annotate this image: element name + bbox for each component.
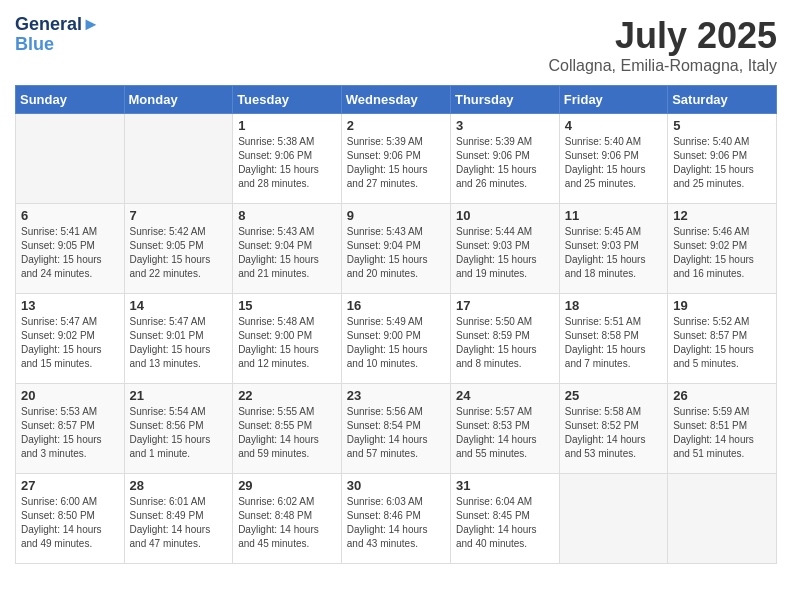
calendar-cell: 21Sunrise: 5:54 AMSunset: 8:56 PMDayligh… — [124, 384, 233, 474]
day-number: 2 — [347, 118, 445, 133]
day-info: Sunrise: 5:40 AMSunset: 9:06 PMDaylight:… — [673, 135, 771, 191]
day-number: 1 — [238, 118, 336, 133]
day-number: 23 — [347, 388, 445, 403]
weekday-header: Tuesday — [233, 86, 342, 114]
day-info: Sunrise: 5:51 AMSunset: 8:58 PMDaylight:… — [565, 315, 662, 371]
calendar-cell: 2Sunrise: 5:39 AMSunset: 9:06 PMDaylight… — [341, 114, 450, 204]
logo: General► Blue — [15, 15, 100, 55]
day-info: Sunrise: 5:56 AMSunset: 8:54 PMDaylight:… — [347, 405, 445, 461]
day-number: 14 — [130, 298, 228, 313]
weekday-header-row: SundayMondayTuesdayWednesdayThursdayFrid… — [16, 86, 777, 114]
calendar-cell: 10Sunrise: 5:44 AMSunset: 9:03 PMDayligh… — [450, 204, 559, 294]
day-info: Sunrise: 5:52 AMSunset: 8:57 PMDaylight:… — [673, 315, 771, 371]
day-info: Sunrise: 5:39 AMSunset: 9:06 PMDaylight:… — [347, 135, 445, 191]
day-number: 31 — [456, 478, 554, 493]
calendar-cell: 11Sunrise: 5:45 AMSunset: 9:03 PMDayligh… — [559, 204, 667, 294]
day-info: Sunrise: 5:44 AMSunset: 9:03 PMDaylight:… — [456, 225, 554, 281]
day-info: Sunrise: 5:43 AMSunset: 9:04 PMDaylight:… — [238, 225, 336, 281]
calendar-cell: 1Sunrise: 5:38 AMSunset: 9:06 PMDaylight… — [233, 114, 342, 204]
day-number: 29 — [238, 478, 336, 493]
day-info: Sunrise: 5:48 AMSunset: 9:00 PMDaylight:… — [238, 315, 336, 371]
day-info: Sunrise: 6:04 AMSunset: 8:45 PMDaylight:… — [456, 495, 554, 551]
day-number: 12 — [673, 208, 771, 223]
day-number: 26 — [673, 388, 771, 403]
day-number: 21 — [130, 388, 228, 403]
calendar-cell: 20Sunrise: 5:53 AMSunset: 8:57 PMDayligh… — [16, 384, 125, 474]
day-number: 25 — [565, 388, 662, 403]
day-number: 30 — [347, 478, 445, 493]
day-info: Sunrise: 5:39 AMSunset: 9:06 PMDaylight:… — [456, 135, 554, 191]
day-number: 28 — [130, 478, 228, 493]
calendar-cell: 18Sunrise: 5:51 AMSunset: 8:58 PMDayligh… — [559, 294, 667, 384]
day-info: Sunrise: 5:42 AMSunset: 9:05 PMDaylight:… — [130, 225, 228, 281]
calendar-cell: 27Sunrise: 6:00 AMSunset: 8:50 PMDayligh… — [16, 474, 125, 564]
calendar-cell — [124, 114, 233, 204]
day-info: Sunrise: 6:00 AMSunset: 8:50 PMDaylight:… — [21, 495, 119, 551]
calendar-cell: 15Sunrise: 5:48 AMSunset: 9:00 PMDayligh… — [233, 294, 342, 384]
calendar-cell — [16, 114, 125, 204]
calendar-cell: 25Sunrise: 5:58 AMSunset: 8:52 PMDayligh… — [559, 384, 667, 474]
calendar-cell: 19Sunrise: 5:52 AMSunset: 8:57 PMDayligh… — [668, 294, 777, 384]
calendar-cell — [668, 474, 777, 564]
calendar-week-row: 20Sunrise: 5:53 AMSunset: 8:57 PMDayligh… — [16, 384, 777, 474]
month-title: July 2025 — [548, 15, 777, 57]
day-number: 19 — [673, 298, 771, 313]
day-info: Sunrise: 5:45 AMSunset: 9:03 PMDaylight:… — [565, 225, 662, 281]
day-info: Sunrise: 5:41 AMSunset: 9:05 PMDaylight:… — [21, 225, 119, 281]
day-number: 11 — [565, 208, 662, 223]
calendar-week-row: 1Sunrise: 5:38 AMSunset: 9:06 PMDaylight… — [16, 114, 777, 204]
calendar-cell: 13Sunrise: 5:47 AMSunset: 9:02 PMDayligh… — [16, 294, 125, 384]
calendar-cell: 30Sunrise: 6:03 AMSunset: 8:46 PMDayligh… — [341, 474, 450, 564]
day-info: Sunrise: 5:46 AMSunset: 9:02 PMDaylight:… — [673, 225, 771, 281]
calendar-cell: 29Sunrise: 6:02 AMSunset: 8:48 PMDayligh… — [233, 474, 342, 564]
calendar-cell: 7Sunrise: 5:42 AMSunset: 9:05 PMDaylight… — [124, 204, 233, 294]
page-header: General► Blue July 2025 Collagna, Emilia… — [15, 15, 777, 75]
day-info: Sunrise: 5:47 AMSunset: 9:02 PMDaylight:… — [21, 315, 119, 371]
day-number: 6 — [21, 208, 119, 223]
calendar-week-row: 27Sunrise: 6:00 AMSunset: 8:50 PMDayligh… — [16, 474, 777, 564]
day-number: 10 — [456, 208, 554, 223]
day-number: 4 — [565, 118, 662, 133]
day-number: 24 — [456, 388, 554, 403]
calendar-cell: 28Sunrise: 6:01 AMSunset: 8:49 PMDayligh… — [124, 474, 233, 564]
day-info: Sunrise: 5:59 AMSunset: 8:51 PMDaylight:… — [673, 405, 771, 461]
day-number: 18 — [565, 298, 662, 313]
day-number: 8 — [238, 208, 336, 223]
calendar-week-row: 6Sunrise: 5:41 AMSunset: 9:05 PMDaylight… — [16, 204, 777, 294]
day-number: 5 — [673, 118, 771, 133]
day-number: 16 — [347, 298, 445, 313]
day-info: Sunrise: 6:02 AMSunset: 8:48 PMDaylight:… — [238, 495, 336, 551]
weekday-header: Monday — [124, 86, 233, 114]
day-number: 13 — [21, 298, 119, 313]
day-number: 22 — [238, 388, 336, 403]
day-number: 3 — [456, 118, 554, 133]
day-info: Sunrise: 5:53 AMSunset: 8:57 PMDaylight:… — [21, 405, 119, 461]
calendar-cell: 4Sunrise: 5:40 AMSunset: 9:06 PMDaylight… — [559, 114, 667, 204]
day-info: Sunrise: 6:03 AMSunset: 8:46 PMDaylight:… — [347, 495, 445, 551]
calendar-cell: 24Sunrise: 5:57 AMSunset: 8:53 PMDayligh… — [450, 384, 559, 474]
calendar-cell: 31Sunrise: 6:04 AMSunset: 8:45 PMDayligh… — [450, 474, 559, 564]
day-number: 9 — [347, 208, 445, 223]
calendar-cell: 14Sunrise: 5:47 AMSunset: 9:01 PMDayligh… — [124, 294, 233, 384]
calendar-cell: 6Sunrise: 5:41 AMSunset: 9:05 PMDaylight… — [16, 204, 125, 294]
calendar-cell: 22Sunrise: 5:55 AMSunset: 8:55 PMDayligh… — [233, 384, 342, 474]
calendar-cell: 5Sunrise: 5:40 AMSunset: 9:06 PMDaylight… — [668, 114, 777, 204]
day-info: Sunrise: 6:01 AMSunset: 8:49 PMDaylight:… — [130, 495, 228, 551]
day-info: Sunrise: 5:40 AMSunset: 9:06 PMDaylight:… — [565, 135, 662, 191]
day-number: 20 — [21, 388, 119, 403]
day-info: Sunrise: 5:54 AMSunset: 8:56 PMDaylight:… — [130, 405, 228, 461]
calendar-cell: 12Sunrise: 5:46 AMSunset: 9:02 PMDayligh… — [668, 204, 777, 294]
weekday-header: Saturday — [668, 86, 777, 114]
weekday-header: Sunday — [16, 86, 125, 114]
day-info: Sunrise: 5:38 AMSunset: 9:06 PMDaylight:… — [238, 135, 336, 191]
calendar-cell: 17Sunrise: 5:50 AMSunset: 8:59 PMDayligh… — [450, 294, 559, 384]
location-title: Collagna, Emilia-Romagna, Italy — [548, 57, 777, 75]
calendar-table: SundayMondayTuesdayWednesdayThursdayFrid… — [15, 85, 777, 564]
day-number: 27 — [21, 478, 119, 493]
logo-text: General► — [15, 15, 100, 35]
logo-blue: Blue — [15, 35, 100, 55]
day-info: Sunrise: 5:43 AMSunset: 9:04 PMDaylight:… — [347, 225, 445, 281]
weekday-header: Friday — [559, 86, 667, 114]
calendar-cell: 9Sunrise: 5:43 AMSunset: 9:04 PMDaylight… — [341, 204, 450, 294]
calendar-cell: 26Sunrise: 5:59 AMSunset: 8:51 PMDayligh… — [668, 384, 777, 474]
